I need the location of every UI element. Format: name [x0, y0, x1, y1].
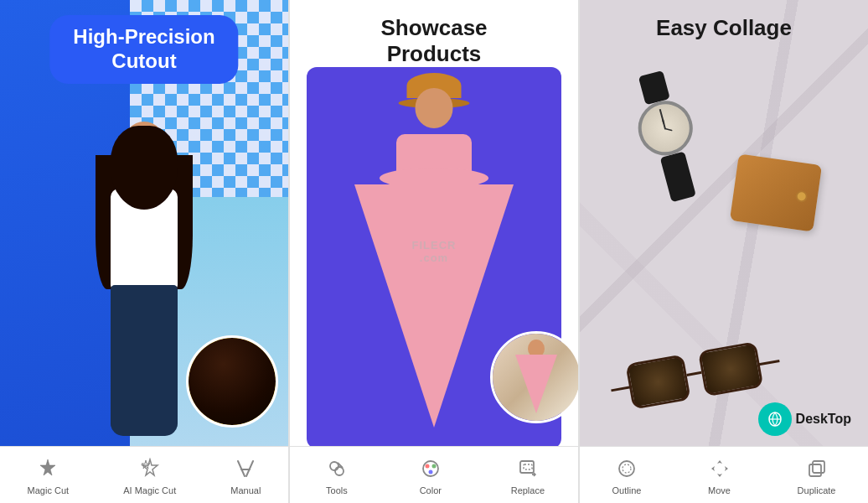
- color-label: Color: [420, 485, 442, 495]
- svg-point-11: [431, 464, 436, 468]
- dress-circle-inset: [490, 331, 579, 423]
- main-container: High-PrecisionCutout: [0, 0, 868, 503]
- watermark-line1: FILECR: [412, 239, 457, 252]
- person-shape: [85, 122, 203, 449]
- watch-face: [632, 95, 699, 162]
- lens-bridge: [686, 371, 702, 380]
- panel-1: High-PrecisionCutout: [0, 0, 288, 503]
- panel-3: Easy Collage: [580, 0, 868, 503]
- svg-rect-14: [524, 464, 532, 469]
- hair-circle-inset: [186, 335, 278, 428]
- inset-woman-figure: [515, 340, 557, 415]
- tool-ai-magic-cut[interactable]: AI Magic Cut: [123, 455, 176, 495]
- color-icon: [417, 455, 444, 482]
- duplicate-label: Duplicate: [798, 485, 836, 495]
- tool-tools[interactable]: Tools: [323, 455, 350, 495]
- manual-icon: [232, 455, 259, 482]
- move-icon: [706, 455, 733, 482]
- desktop-logo: DeskTop: [758, 402, 851, 436]
- tool-manual[interactable]: Manual: [230, 455, 261, 495]
- svg-rect-13: [520, 461, 534, 473]
- hair-inset-content: [189, 338, 276, 425]
- wallet-product: [730, 153, 822, 231]
- svg-line-15: [663, 119, 665, 128]
- watch-strap-bottom: [660, 151, 696, 202]
- tool-color[interactable]: Color: [417, 455, 444, 495]
- inset-content-bg: [493, 334, 579, 421]
- magic-cut-icon: [34, 455, 61, 482]
- svg-point-12: [428, 469, 432, 474]
- svg-point-18: [619, 461, 634, 476]
- dress-head: [416, 88, 453, 128]
- ai-magic-cut-label: AI Magic Cut: [123, 485, 176, 495]
- outline-icon: [613, 455, 640, 482]
- tool-duplicate[interactable]: Duplicate: [798, 455, 836, 495]
- panel3-inner: Easy Collage: [580, 0, 868, 503]
- panel-2-toolbar: Tools Color: [290, 446, 578, 503]
- svg-rect-21: [813, 461, 824, 473]
- ai-magic-cut-icon: [137, 455, 163, 482]
- replace-label: Replace: [511, 485, 545, 495]
- dress-skirt: [354, 184, 514, 428]
- panel-1-title: High-PrecisionCutout: [49, 15, 238, 84]
- svg-point-10: [425, 464, 429, 468]
- panel-3-title: Easy Collage: [656, 15, 792, 41]
- duplicate-icon: [803, 455, 830, 482]
- lens-left: [625, 354, 690, 409]
- tool-outline[interactable]: Outline: [612, 455, 642, 495]
- watermark-line2: .com: [420, 252, 448, 264]
- panel-1-toolbar: Magic Cut AI Magic Cut: [0, 446, 288, 503]
- pink-dress-woman: [359, 88, 509, 449]
- svg-line-16: [665, 127, 672, 132]
- svg-rect-20: [809, 464, 821, 476]
- magic-cut-label: Magic Cut: [28, 485, 70, 495]
- tools-label: Tools: [326, 485, 348, 495]
- tool-magic-cut[interactable]: Magic Cut: [28, 455, 70, 495]
- tool-move[interactable]: Move: [706, 455, 733, 495]
- panel-2-title: ShowcaseProducts: [380, 15, 487, 67]
- replace-icon: [514, 455, 541, 482]
- panel-3-toolbar: Outline Move: [580, 446, 868, 503]
- desktop-logo-icon: [758, 402, 792, 436]
- manual-label: Manual: [230, 485, 261, 495]
- person-legs: [111, 285, 178, 436]
- hair-top: [111, 126, 178, 210]
- svg-marker-0: [40, 459, 55, 475]
- move-label: Move: [708, 485, 731, 495]
- watermark: FILECR .com: [412, 239, 457, 264]
- outline-label: Outline: [612, 485, 642, 495]
- desktop-logo-label: DeskTop: [796, 412, 851, 427]
- inset-dress-skirt: [515, 355, 557, 413]
- panel2-inner: ShowcaseProducts: [290, 0, 578, 503]
- tool-replace[interactable]: Replace: [511, 455, 545, 495]
- lens-right: [698, 341, 763, 397]
- svg-point-19: [623, 464, 631, 473]
- wallet-clasp: [795, 189, 809, 203]
- tools-icon: [323, 455, 350, 482]
- panel-2: ShowcaseProducts: [289, 0, 579, 503]
